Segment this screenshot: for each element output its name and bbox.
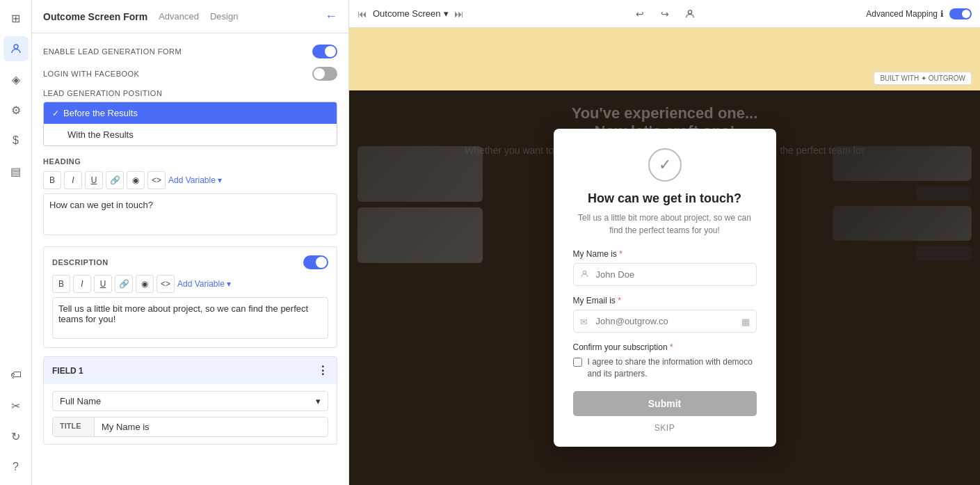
- settings-nav-icon[interactable]: ⚙: [3, 97, 29, 122]
- field1-menu-icon[interactable]: ⋮: [317, 364, 328, 377]
- desc-add-variable-button[interactable]: Add Variable ▾: [177, 279, 231, 289]
- left-panel: Outcome Screen Form Advanced Design ← EN…: [32, 0, 349, 485]
- field1-type-select[interactable]: Full Name ▾: [52, 391, 328, 411]
- heading-text-field[interactable]: How can we get in touch?: [43, 193, 337, 235]
- modal-description: Tell us a little bit more about project,…: [573, 212, 757, 237]
- field1-title-value[interactable]: My Name is: [95, 418, 156, 436]
- prev-screen-icon[interactable]: ⏮: [358, 8, 367, 19]
- modal-field3-label: Confirm your subscription *: [573, 342, 757, 352]
- field1-title-label: TITLE: [53, 418, 95, 436]
- description-section: DESCRIPTION B I U 🔗 ◉ <> Add Variable ▾ …: [43, 246, 337, 348]
- modal-field1-required: *: [619, 249, 622, 259]
- advanced-mapping-toggle[interactable]: [949, 8, 972, 19]
- svg-point-2: [583, 271, 586, 273]
- desc-underline-button[interactable]: U: [94, 275, 112, 293]
- heading-label: HEADING: [43, 157, 337, 166]
- help-nav-icon[interactable]: ?: [3, 454, 29, 479]
- user-nav-icon[interactable]: [3, 36, 29, 61]
- heading-toolbar: B I U 🔗 ◉ <> Add Variable ▾: [43, 171, 337, 189]
- modal-title: How can we get in touch?: [588, 191, 741, 206]
- undo-button[interactable]: ↩: [630, 4, 650, 24]
- grid-nav-icon[interactable]: ⊞: [3, 6, 29, 31]
- desc-bold-button[interactable]: B: [52, 275, 70, 293]
- code-button[interactable]: <>: [147, 171, 166, 189]
- description-header: DESCRIPTION: [52, 255, 328, 269]
- screen-selector[interactable]: Outcome Screen ▾: [373, 8, 449, 19]
- preview-banner: BUILT WITH ✦ OUTGROW: [349, 28, 980, 90]
- add-variable-button[interactable]: Add Variable ▾: [168, 175, 222, 185]
- redo-button[interactable]: ↪: [655, 4, 675, 24]
- form-content: ENABLE LEAD GENERATION FORM LOGIN WITH F…: [32, 33, 348, 485]
- description-toolbar: B I U 🔗 ◉ <> Add Variable ▾: [52, 275, 328, 293]
- underline-button[interactable]: U: [85, 171, 103, 189]
- field1-header: FIELD 1 ⋮: [44, 357, 337, 384]
- modal-field2-label: My Email is *: [573, 296, 757, 305]
- svg-point-0: [14, 45, 18, 49]
- modal-submit-button[interactable]: Submit: [573, 391, 757, 416]
- advanced-nav-link[interactable]: Advanced: [159, 11, 199, 22]
- preview-topbar: ⏮ Outcome Screen ▾ ⏭ ↩ ↪ Advanced Mappin…: [349, 0, 980, 28]
- person-icon[interactable]: [680, 4, 700, 24]
- description-toggle[interactable]: [303, 255, 328, 269]
- desc-code-button[interactable]: <>: [156, 275, 175, 293]
- svg-point-1: [688, 10, 691, 13]
- check-icon: ✓: [52, 109, 59, 118]
- description-text-field[interactable]: Tell us a little bit more about project,…: [52, 297, 328, 339]
- preview-content-bg: You've experienced one... Now let's craf…: [349, 90, 980, 485]
- login-facebook-toggle[interactable]: [312, 67, 337, 81]
- lead-gen-position-label: LEAD GENERATION POSITION: [43, 89, 337, 97]
- built-with-badge: BUILT WITH ✦ OUTGROW: [874, 72, 972, 85]
- field1-label: FIELD 1: [52, 366, 83, 376]
- enable-lead-gen-label: ENABLE LEAD GENERATION FORM: [43, 47, 182, 56]
- field1-title-row: TITLE My Name is: [52, 417, 328, 437]
- field1-body: Full Name ▾ TITLE My Name is: [44, 384, 337, 444]
- advanced-mapping-label: Advanced Mapping ℹ: [866, 9, 944, 19]
- page-nav-icon[interactable]: ▤: [3, 159, 29, 184]
- modal-skip-button[interactable]: SKIP: [654, 423, 675, 433]
- design-nav-link[interactable]: Design: [210, 11, 238, 22]
- modal-checkbox-row: I agree to share the information with de…: [573, 356, 757, 380]
- modal-field2-email-icon: ✉: [580, 316, 588, 326]
- dollar-nav-icon[interactable]: $: [3, 128, 29, 153]
- lead-gen-position-dropdown[interactable]: ✓ Before the Results With the Results: [43, 102, 337, 146]
- screen-name: Outcome Screen: [373, 8, 441, 19]
- topbar-action-icons: ↩ ↪: [630, 4, 700, 24]
- back-button[interactable]: ←: [325, 9, 337, 24]
- italic-button[interactable]: I: [64, 171, 82, 189]
- description-label: DESCRIPTION: [52, 258, 109, 267]
- form-title: Outcome Screen Form: [43, 11, 147, 22]
- info-icon[interactable]: ℹ: [940, 9, 944, 19]
- field1-section: FIELD 1 ⋮ Full Name ▾ TITLE My Name is: [43, 356, 337, 445]
- link-button[interactable]: 🔗: [106, 171, 124, 189]
- login-facebook-row: LOGIN WITH FACEBOOK: [43, 67, 337, 81]
- modal-field2-input[interactable]: [573, 310, 757, 333]
- login-facebook-label: LOGIN WITH FACEBOOK: [43, 70, 139, 78]
- modal-field1-wrapper: [573, 263, 757, 286]
- desc-italic-button[interactable]: I: [73, 275, 91, 293]
- left-header: Outcome Screen Form Advanced Design ←: [32, 0, 348, 33]
- next-screen-icon[interactable]: ⏭: [454, 8, 464, 19]
- icon-sidebar: ⊞ ◈ ⚙ $ ▤ 🏷 ✂ ↻ ?: [0, 0, 32, 485]
- modal-field3-required: *: [670, 342, 673, 352]
- dropdown-option-with[interactable]: With the Results: [44, 124, 337, 145]
- color-button[interactable]: ◉: [127, 171, 145, 189]
- desc-link-button[interactable]: 🔗: [115, 275, 133, 293]
- tag2-nav-icon[interactable]: 🏷: [3, 363, 29, 388]
- bold-button[interactable]: B: [43, 171, 61, 189]
- modal-field2-wrapper: ✉ ▦: [573, 310, 757, 333]
- modal-field2-right-icon: ▦: [741, 316, 750, 326]
- tool-nav-icon[interactable]: ✂: [3, 393, 29, 418]
- modal-field1-input[interactable]: [573, 263, 757, 286]
- desc-color-button[interactable]: ◉: [136, 275, 154, 293]
- enable-lead-gen-toggle[interactable]: [312, 45, 337, 58]
- screen-dropdown-icon: ▾: [444, 8, 449, 19]
- modal-checkbox[interactable]: [573, 358, 582, 367]
- modal-icon: ✓: [648, 148, 682, 182]
- dropdown-option-before[interactable]: ✓ Before the Results: [44, 102, 337, 124]
- tag-nav-icon[interactable]: ◈: [3, 67, 29, 92]
- field1-chevron-icon: ▾: [316, 396, 321, 406]
- refresh-nav-icon[interactable]: ↻: [3, 424, 29, 449]
- preview-area: BUILT WITH ✦ OUTGROW You've experienced …: [349, 28, 980, 485]
- right-panel: ⏮ Outcome Screen ▾ ⏭ ↩ ↪ Advanced Mappin…: [349, 0, 980, 485]
- modal-field2-required: *: [618, 296, 621, 305]
